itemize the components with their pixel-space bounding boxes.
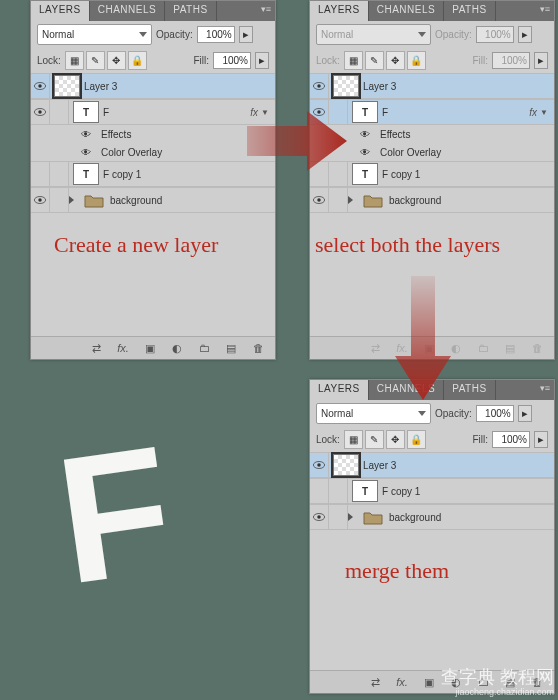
- link-cell[interactable]: [50, 100, 69, 124]
- layer-row-background[interactable]: background: [310, 187, 554, 213]
- text-layer-icon[interactable]: T: [352, 101, 378, 123]
- layer-row-background[interactable]: background: [31, 187, 275, 213]
- panel-menu-icon[interactable]: ▾≡: [540, 383, 550, 393]
- layer-name[interactable]: background: [389, 195, 554, 206]
- lock-position-icon[interactable]: ✥: [386, 430, 405, 449]
- layer-name[interactable]: F: [103, 107, 250, 118]
- link-cell[interactable]: [329, 505, 348, 529]
- visibility-icon[interactable]: 👁: [81, 147, 95, 158]
- layer-thumbnail[interactable]: [333, 454, 359, 476]
- layer-name[interactable]: background: [389, 512, 554, 523]
- blend-mode-select[interactable]: Normal: [316, 403, 431, 424]
- tab-layers[interactable]: LAYERS: [310, 1, 369, 21]
- visibility-icon[interactable]: 👁: [81, 129, 95, 140]
- visibility-icon[interactable]: 👁: [360, 147, 374, 158]
- add-mask-icon[interactable]: ▣: [141, 340, 159, 356]
- link-layers-icon[interactable]: ⇄: [366, 340, 384, 356]
- new-group-icon[interactable]: 🗀: [195, 340, 213, 356]
- layer-thumbnail[interactable]: [333, 75, 359, 97]
- visibility-icon[interactable]: [310, 188, 329, 212]
- visibility-cell[interactable]: [310, 479, 329, 503]
- layer-name[interactable]: background: [110, 195, 275, 206]
- layer-name[interactable]: Layer 3: [363, 460, 554, 471]
- delete-layer-icon[interactable]: 🗑: [528, 340, 546, 356]
- link-cell[interactable]: [50, 162, 69, 186]
- layer-name[interactable]: Layer 3: [84, 81, 275, 92]
- layer-row-background[interactable]: background: [310, 504, 554, 530]
- opacity-label: Opacity:: [156, 29, 193, 40]
- tab-layers[interactable]: LAYERS: [310, 380, 369, 400]
- visibility-icon[interactable]: 👁: [360, 129, 374, 140]
- layer-name[interactable]: Layer 3: [363, 81, 554, 92]
- color-overlay-label: Color Overlay: [101, 147, 162, 158]
- panel-menu-icon[interactable]: ▾≡: [540, 4, 550, 14]
- link-cell[interactable]: [329, 479, 348, 503]
- opacity-stepper[interactable]: ▸: [518, 405, 532, 422]
- new-group-icon[interactable]: 🗀: [474, 340, 492, 356]
- fill-stepper[interactable]: ▸: [534, 431, 548, 448]
- text-layer-icon[interactable]: T: [73, 101, 99, 123]
- tab-paths[interactable]: PATHS: [165, 1, 216, 21]
- layer-row-f[interactable]: T F fx ▼: [31, 99, 275, 125]
- layer-thumbnail[interactable]: [54, 75, 80, 97]
- layer-row-layer3[interactable]: Layer 3: [31, 73, 275, 99]
- lock-transparent-icon[interactable]: ▦: [344, 430, 363, 449]
- text-layer-icon[interactable]: T: [352, 480, 378, 502]
- visibility-icon[interactable]: [310, 505, 329, 529]
- layer-row-layer3[interactable]: Layer 3: [310, 73, 554, 99]
- text-layer-icon[interactable]: T: [73, 163, 99, 185]
- layer-name[interactable]: F copy 1: [382, 169, 554, 180]
- delete-layer-icon[interactable]: 🗑: [249, 340, 267, 356]
- layer-row-fcopy[interactable]: T F copy 1: [31, 161, 275, 187]
- layer-row-fcopy[interactable]: T F copy 1: [310, 478, 554, 504]
- visibility-cell[interactable]: [31, 162, 50, 186]
- opacity-label: Opacity:: [435, 408, 472, 419]
- link-layers-icon[interactable]: ⇄: [87, 340, 105, 356]
- lock-position-icon[interactable]: ✥: [107, 51, 126, 70]
- lock-label: Lock:: [316, 434, 340, 445]
- link-cell[interactable]: [329, 188, 348, 212]
- tab-paths[interactable]: PATHS: [444, 1, 495, 21]
- opacity-input[interactable]: 100%: [197, 26, 235, 43]
- add-fx-icon[interactable]: fx.: [393, 674, 411, 690]
- visibility-icon[interactable]: [31, 100, 50, 124]
- group-caret-icon[interactable]: [348, 513, 353, 521]
- watermark-main: 查字典 教程网: [441, 667, 554, 687]
- lock-all-icon[interactable]: 🔒: [128, 51, 147, 70]
- panel-menu-icon[interactable]: ▾≡: [261, 4, 271, 14]
- tab-channels[interactable]: CHANNELS: [369, 1, 444, 21]
- visibility-icon[interactable]: [31, 188, 50, 212]
- new-layer-icon[interactable]: ▤: [222, 340, 240, 356]
- new-layer-icon[interactable]: ▤: [501, 340, 519, 356]
- lock-pixels-icon[interactable]: ✎: [86, 51, 105, 70]
- fill-input[interactable]: 100%: [492, 431, 530, 448]
- lock-all-icon[interactable]: 🔒: [407, 430, 426, 449]
- group-caret-icon[interactable]: [348, 196, 353, 204]
- opacity-input[interactable]: 100%: [476, 405, 514, 422]
- lock-pixels-icon[interactable]: ✎: [365, 430, 384, 449]
- fill-input[interactable]: 100%: [213, 52, 251, 69]
- tab-layers[interactable]: LAYERS: [31, 1, 90, 21]
- visibility-icon[interactable]: [31, 74, 50, 98]
- blend-mode-select[interactable]: Normal: [37, 24, 152, 45]
- visibility-icon[interactable]: [310, 74, 329, 98]
- link-cell[interactable]: [50, 188, 69, 212]
- opacity-stepper[interactable]: ▸: [239, 26, 253, 43]
- add-fx-icon[interactable]: fx.: [114, 340, 132, 356]
- lock-transparent-icon[interactable]: ▦: [65, 51, 84, 70]
- fill-stepper[interactable]: ▸: [255, 52, 269, 69]
- group-caret-icon[interactable]: [69, 196, 74, 204]
- layer-row-layer3[interactable]: Layer 3: [310, 452, 554, 478]
- layer-name[interactable]: F: [382, 107, 529, 118]
- link-layers-icon[interactable]: ⇄: [366, 674, 384, 690]
- text-layer-icon[interactable]: T: [352, 163, 378, 185]
- layer-name[interactable]: F copy 1: [382, 486, 554, 497]
- adjustment-layer-icon[interactable]: ◐: [168, 340, 186, 356]
- fx-expand-icon[interactable]: ▼: [540, 108, 554, 117]
- effects-row[interactable]: 👁Effects: [31, 125, 275, 143]
- add-mask-icon[interactable]: ▣: [420, 674, 438, 690]
- fx-badge[interactable]: fx: [529, 107, 540, 118]
- visibility-icon[interactable]: [310, 453, 329, 477]
- tab-channels[interactable]: CHANNELS: [90, 1, 165, 21]
- color-overlay-row[interactable]: 👁Color Overlay: [31, 143, 275, 161]
